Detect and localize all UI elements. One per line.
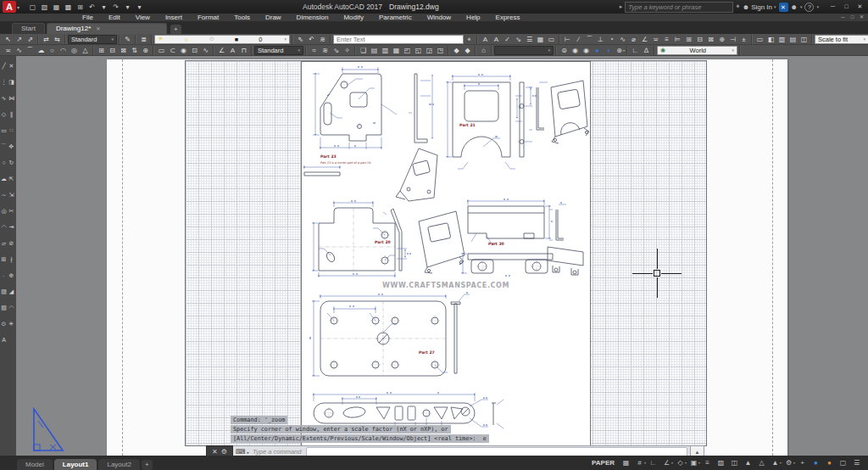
viewport-two-icon[interactable]: ▥ [776,35,787,44]
community-icon[interactable]: ☻ [791,3,798,11]
text-edit-icon[interactable]: A [227,46,238,55]
dim-update-icon[interactable]: ⊞ [96,46,107,55]
doc-minimize-button[interactable]: ─ [839,14,847,21]
viewport-four-icon[interactable]: ◫ [798,35,810,44]
chamfer-icon[interactable]: ◢ [8,283,15,299]
saveas-icon[interactable]: ▩ [63,3,74,12]
command-bar[interactable]: ✕ ⚙ ⌨ ▸ Type a command ▲ [206,445,704,456]
edit-reference-icon[interactable]: ⇄ [41,35,52,44]
linear-dimension-icon[interactable]: ⊢ [562,35,573,44]
find-text-input[interactable] [333,35,464,44]
viewport-scale-combo[interactable]: Scale to fit▾ [815,35,868,44]
customize-icon[interactable]: ☰ [850,458,863,468]
file-tab-start[interactable]: Start [12,23,45,34]
plot-icon[interactable]: ⊞ [75,3,86,12]
leader-icon[interactable]: ↖ [3,35,14,44]
lineweight-icon[interactable]: ≡ [701,458,714,468]
dim-reassociate-icon[interactable]: ⊟ [107,46,118,55]
point-style-icon[interactable]: ◉ [178,46,189,55]
erase-icon[interactable]: ✕ [8,58,15,74]
grid-icon[interactable]: ▦ [620,458,632,468]
autoscale-icon[interactable]: △ [755,458,768,468]
view-side-icon[interactable]: ◲ [424,46,435,55]
menu-file[interactable]: File [75,14,101,22]
menu-parametric[interactable]: Parametric [371,14,420,22]
drawing-canvas[interactable]: Part 23 Part 23 is a mirror part of a pa… [16,56,868,456]
search-icon[interactable]: ⌖ [736,3,740,11]
menu-format[interactable]: Format [190,14,226,22]
move-icon[interactable]: ✜ [8,138,15,154]
dim-swap-icon[interactable]: ⇅ [129,46,140,55]
command-input-area[interactable]: ⌨ ▸ Type a command [233,445,691,456]
match-properties-icon[interactable]: ⇆ [52,35,63,44]
annotation-visibility-icon[interactable]: ▲ [742,458,754,468]
ucs-combo[interactable]: ◉World▾ [657,46,737,55]
break-icon[interactable]: ⊘ [8,235,15,251]
layout-viewport[interactable]: Part 23 Part 23 is a mirror part of a pa… [301,61,591,448]
sparkle-icon[interactable]: ✧ [342,46,353,55]
menu-dimension[interactable]: Dimension [289,14,337,22]
revision-cloud-icon[interactable]: ☁ [36,46,47,55]
polar-tracking-icon[interactable]: ∠▾ [660,458,673,468]
sign-in-button[interactable]: ☻ Sign In ▾ [743,3,776,11]
object-snap-icon[interactable]: ▣▾ [687,458,700,468]
styles-brush-icon[interactable]: ✎ [122,35,133,44]
region-icon[interactable]: ⊡ [189,46,200,55]
doc-restore-button[interactable]: □ [849,14,856,21]
diamond-a-icon[interactable]: ◆ [451,46,462,55]
sphere-se-icon[interactable]: ◉ [581,46,592,55]
menu-modify[interactable]: Modify [336,14,371,22]
donut-icon[interactable]: ◎ [69,46,80,55]
break-at-point-icon[interactable]: ∤ [8,251,15,267]
array-icon[interactable]: ∷ [8,122,15,138]
quick-dimension-icon[interactable]: ≍ [650,35,661,44]
new-layout-button[interactable]: + [142,460,153,470]
arc-length-icon[interactable]: ⌒ [584,35,595,44]
layer-combo[interactable]: ☀☼⊙■0▾ [154,35,290,44]
ucs-previous-icon[interactable]: ∆ [641,46,652,55]
extend-icon[interactable]: ⇥ [8,219,15,235]
help-icon[interactable]: ? [804,3,814,12]
world-sphere-icon[interactable]: ◉ [570,46,581,55]
ellipse-icon[interactable]: ◎ [0,203,8,219]
dim-break-icon[interactable]: ⊟ [694,35,705,44]
tab-close-icon[interactable]: ✕ [96,24,100,34]
command-close-icon[interactable]: ✕ [212,448,218,456]
polygon-icon[interactable]: ◇ [0,106,8,122]
text-style-icon[interactable]: A [480,35,491,44]
transparency-icon[interactable]: ▨ [715,458,727,468]
viewport-three-icon[interactable]: ▤ [787,35,798,44]
menu-window[interactable]: Window [420,14,459,22]
command-input-field[interactable] [306,447,687,456]
menu-view[interactable]: View [128,14,158,22]
multileader-add-icon[interactable]: ↗ [14,35,25,44]
wave-a-icon[interactable]: ≈ [309,46,320,55]
window-tile-v-icon[interactable]: ▥ [380,46,391,55]
arc-icon[interactable]: ⌒ [0,138,8,154]
rectangle-icon[interactable]: ▭ [0,122,8,138]
logo-dropdown-icon[interactable]: ▾ [17,4,19,10]
region-icon[interactable]: ⊙ [0,316,8,332]
new-tab-button[interactable]: + [170,25,181,34]
copy-icon[interactable]: ◨ [8,74,15,90]
bracket-icon[interactable]: ⊓ [238,46,249,55]
redo-icon[interactable]: ↷ [110,3,121,12]
window-tile-h-icon[interactable]: ▤ [369,46,380,55]
multileader-remove-icon[interactable]: ⇗ [25,35,36,44]
text-style-combo[interactable]: Standard▾ [68,35,117,44]
open-icon[interactable]: ▧ [39,3,50,12]
dim-style-icon[interactable]: ± [738,35,749,44]
selection-cycling-icon[interactable]: ◫ [728,458,741,468]
viewport-clip-icon[interactable]: ◧ [765,35,776,44]
offset-icon[interactable]: ∥ [8,106,15,122]
rectangle-icon[interactable]: ▭ [156,46,167,55]
home-view-icon[interactable]: ⌂ [478,46,489,55]
line-icon[interactable]: ╱ [0,58,8,74]
mtext-icon[interactable]: A [0,332,8,348]
table-icon[interactable]: ▦ [535,35,546,44]
help-search-input[interactable] [625,2,733,13]
ordinate-icon[interactable]: ⊥ [595,35,606,44]
diameter-icon[interactable]: ⌀ [628,35,639,44]
scale-icon[interactable]: ⇱ [8,171,15,187]
spell-check-icon[interactable]: ✓ [502,35,513,44]
